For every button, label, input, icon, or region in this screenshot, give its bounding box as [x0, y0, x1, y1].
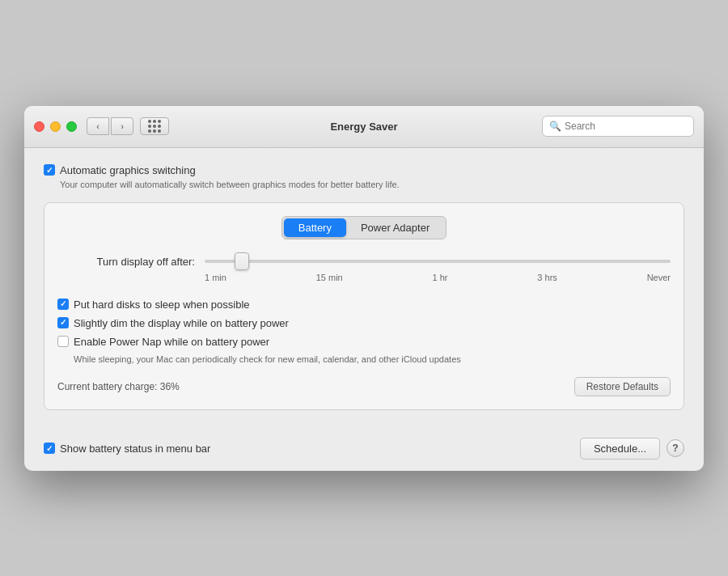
restore-defaults-button[interactable]: Restore Defaults — [574, 377, 671, 396]
tick-label-2: 1 hr — [433, 273, 448, 282]
power-nap-description: While sleeping, your Mac can periodicall… — [74, 354, 671, 364]
slider-thumb[interactable] — [235, 252, 249, 270]
footer-right: Schedule... ? — [580, 438, 684, 460]
tab-group: Battery Power Adapter — [281, 216, 447, 239]
option-dim-display-row: Slightly dim the display while on batter… — [57, 317, 671, 329]
maximize-button[interactable] — [66, 121, 77, 132]
slider-labels-area: 1 min 15 min 1 hr 3 hrs Never — [205, 273, 671, 282]
battery-charge-text: Current battery charge: 36% — [57, 381, 180, 392]
panel-bottom-row: Current battery charge: 36% Restore Defa… — [57, 377, 671, 396]
settings-panel: Battery Power Adapter Turn display off a… — [44, 202, 684, 410]
show-battery-checkbox[interactable] — [44, 443, 55, 454]
forward-button[interactable]: › — [111, 117, 133, 135]
tab-power-adapter[interactable]: Power Adapter — [346, 218, 444, 237]
grid-view-button[interactable] — [140, 117, 169, 135]
auto-graphics-checkbox[interactable] — [44, 164, 55, 176]
tick-label-4: Never — [647, 273, 671, 282]
top-section: Automatic graphics switching Your comput… — [44, 164, 684, 189]
slider-label: Turn display off after: — [57, 256, 195, 268]
search-box[interactable]: 🔍 — [542, 116, 694, 137]
tab-bar: Battery Power Adapter — [57, 216, 671, 239]
power-nap-label: Enable Power Nap while on battery power — [74, 336, 269, 348]
slider-track — [205, 260, 671, 263]
content-area: Automatic graphics switching Your comput… — [24, 148, 704, 426]
traffic-lights — [34, 121, 77, 132]
dim-display-label: Slightly dim the display while on batter… — [74, 317, 289, 329]
power-nap-checkbox[interactable] — [57, 336, 69, 347]
hard-disks-label: Put hard disks to sleep when possible — [74, 299, 250, 311]
hard-disks-checkbox[interactable] — [57, 299, 69, 310]
minimize-button[interactable] — [50, 121, 61, 132]
nav-buttons: ‹ › — [87, 117, 133, 135]
auto-graphics-label: Automatic graphics switching — [60, 164, 196, 176]
show-battery-label: Show battery status in menu bar — [60, 443, 210, 455]
close-button[interactable] — [34, 121, 44, 132]
auto-graphics-row: Automatic graphics switching — [44, 164, 684, 176]
auto-graphics-description: Your computer will automatically switch … — [60, 180, 684, 189]
tick-label-3: 3 hrs — [537, 273, 557, 282]
footer: Show battery status in menu bar Schedule… — [24, 426, 704, 471]
window-title: Energy Saver — [330, 121, 397, 133]
option-power-nap-row: Enable Power Nap while on battery power — [57, 336, 671, 348]
option-power-nap-group: Enable Power Nap while on battery power … — [57, 336, 671, 364]
slider-row: Turn display off after: — [57, 256, 671, 268]
schedule-button[interactable]: Schedule... — [580, 438, 660, 460]
slider-tick-labels: 1 min 15 min 1 hr 3 hrs Never — [205, 273, 671, 282]
show-battery-row: Show battery status in menu bar — [44, 443, 210, 455]
search-input[interactable] — [565, 121, 687, 132]
help-button[interactable]: ? — [667, 439, 684, 457]
tab-battery[interactable]: Battery — [284, 218, 346, 237]
back-button[interactable]: ‹ — [87, 117, 109, 135]
titlebar: ‹ › Energy Saver 🔍 — [24, 106, 704, 148]
dim-display-checkbox[interactable] — [57, 317, 69, 328]
tick-label-0: 1 min — [205, 273, 226, 282]
tick-label-1: 15 min — [316, 273, 343, 282]
slider-section: Turn display off after: 1 min 15 min 1 h… — [57, 256, 671, 282]
options-section: Put hard disks to sleep when possible Sl… — [57, 299, 671, 364]
option-hard-disks-row: Put hard disks to sleep when possible — [57, 299, 671, 311]
main-window: ‹ › Energy Saver 🔍 Automatic graphics sw… — [24, 106, 704, 471]
slider-track-container — [205, 260, 671, 263]
search-icon: 🔍 — [549, 121, 561, 132]
